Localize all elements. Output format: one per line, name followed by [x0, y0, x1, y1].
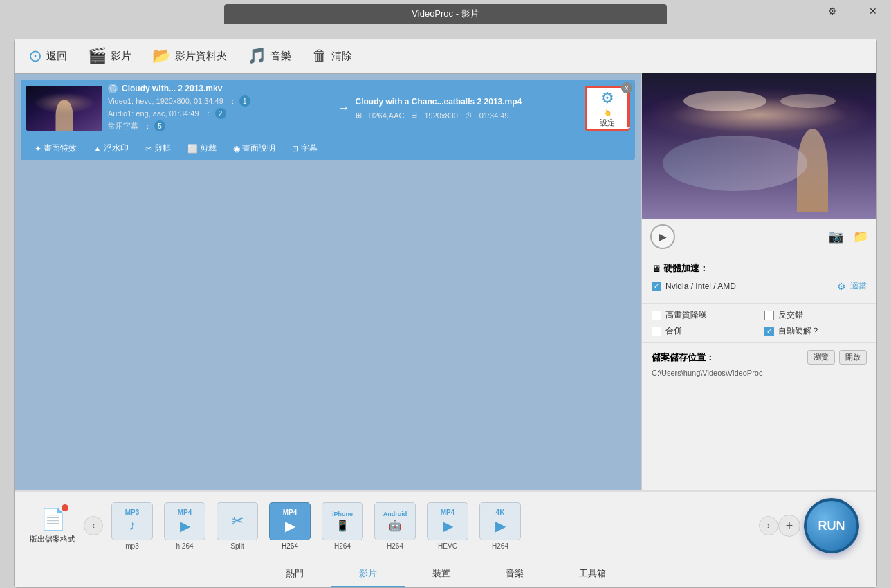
watermark-button[interactable]: ▲ 浮水印: [85, 140, 137, 157]
format-next-button[interactable]: ›: [759, 516, 778, 535]
preview-controls: ▶ 📷 📁: [642, 219, 876, 255]
video-icon: 🎬: [88, 47, 107, 65]
badge-red: [62, 504, 68, 511]
hw-right: ⚙ 適當: [837, 280, 867, 292]
video-button[interactable]: 🎬 影片: [88, 47, 131, 65]
window-controls[interactable]: ⚙ — ✕: [828, 6, 877, 17]
app-title: VideoProc - 影片: [412, 8, 479, 19]
hw-title: 🖥 硬體加速：: [652, 262, 867, 275]
hand-icon: 👆: [603, 109, 612, 116]
hw-settings-link[interactable]: 適當: [850, 280, 867, 292]
cut-icon: ⬜: [187, 144, 198, 154]
format-android-box: Android 🤖: [374, 502, 416, 540]
nvidia-label: Nvidia / Intel / AMD: [665, 282, 736, 291]
subtitle-info-row: 常用字幕 ： 5: [108, 120, 332, 131]
format-mp4-selected[interactable]: MP4 ▶ H264: [266, 502, 313, 550]
convert-arrow: →: [338, 101, 350, 116]
minimize-control[interactable]: —: [848, 6, 858, 17]
hevc-mp4-tag: MP4: [441, 508, 455, 516]
run-button[interactable]: RUN: [804, 498, 859, 553]
scroll-down-indicator[interactable]: ⌄: [624, 120, 632, 131]
split-label: Split: [230, 542, 244, 550]
open-button[interactable]: 開啟: [839, 350, 867, 365]
clip-button[interactable]: ✂ 剪輯: [137, 140, 179, 157]
browse-button[interactable]: 瀏覽: [807, 350, 835, 365]
clear-button[interactable]: 🗑 清除: [312, 47, 352, 65]
merge-label: 合併: [665, 325, 682, 337]
back-button[interactable]: ⊙ 返回: [28, 46, 67, 66]
video-label: 影片: [111, 50, 131, 63]
format-split-box: ✂: [217, 502, 258, 540]
nvidia-checkbox[interactable]: ✓: [652, 282, 661, 291]
format-mp3[interactable]: MP3 ♪ mp3: [109, 502, 156, 550]
main-window: ⊙ 返回 🎬 影片 📂 影片資料夾 🎵 音樂 🗑 清除: [14, 39, 877, 588]
play-button[interactable]: ▶: [650, 224, 675, 249]
mp3-tag: MP3: [125, 508, 140, 516]
hw-gear-icon[interactable]: ⚙: [837, 281, 846, 292]
tab-video[interactable]: 影片: [331, 560, 405, 587]
video-folder-label: 影片資料夾: [175, 50, 227, 63]
auto-hardware-checkbox[interactable]: ✓: [764, 327, 774, 336]
music-icon: 🎵: [248, 47, 266, 65]
source-info: ⓘ Cloudy with... 2 2013.mkv Video1: hevc…: [108, 84, 332, 133]
format-hevc-box: MP4 ▶: [427, 502, 468, 540]
mp4-selected-icon: ▶: [285, 517, 295, 534]
format-hevc[interactable]: MP4 ▶ HEVC: [424, 502, 471, 550]
options-grid: 高畫質降噪 反交錯 合併 ✓ 自動硬解？: [642, 304, 876, 343]
left-panel-empty: [15, 165, 641, 490]
output-section-title: 儲案儲存位置：: [652, 351, 715, 364]
format-prev-button[interactable]: ‹: [84, 516, 103, 535]
hw-icon: 🖥: [652, 264, 661, 274]
high-quality-label: 高畫質降噪: [665, 309, 707, 321]
format-iphone[interactable]: iPhone 📱 H264: [319, 502, 366, 550]
file-item-header: ⓘ Cloudy with... 2 2013.mkv Video1: hevc…: [21, 80, 635, 137]
format-split[interactable]: ✂ Split: [214, 502, 261, 550]
content-area: ⓘ Cloudy with... 2 2013.mkv Video1: hevc…: [15, 73, 876, 490]
anti-alias-checkbox[interactable]: [764, 311, 774, 320]
cut-button[interactable]: ⬜ 剪裁: [179, 140, 225, 157]
left-panel: ⓘ Cloudy with... 2 2013.mkv Video1: hevc…: [15, 73, 641, 490]
music-label: 音樂: [270, 50, 291, 63]
file-thumbnail: [26, 86, 102, 131]
subtitle2-icon: ⊡: [292, 144, 299, 154]
format-mp4-h264[interactable]: MP4 ▶ h.264: [161, 502, 208, 550]
tab-device[interactable]: 裝置: [405, 560, 478, 587]
file-close-button[interactable]: ×: [621, 82, 632, 93]
iphone-icon: 📱: [336, 519, 349, 532]
export-icon: 📄: [40, 507, 66, 531]
tab-hot[interactable]: 熱門: [258, 560, 331, 587]
hevc-label: HEVC: [438, 542, 457, 550]
hevc-icon: ▶: [443, 517, 453, 534]
output-path: C:\Users\hung\Videos\VideoProc: [652, 369, 867, 377]
file-item: ⓘ Cloudy with... 2 2013.mkv Video1: hevc…: [21, 80, 635, 160]
add-format-button[interactable]: +: [778, 515, 800, 537]
mp4-h264-label: h.264: [176, 542, 193, 550]
settings-button[interactable]: ⚙ 👆 設定: [585, 86, 630, 131]
right-panel: ▶ 📷 📁 🖥 硬體加速： ✓ Nvidia / Intel / AMD ⚙: [641, 73, 876, 490]
subtitle2-button[interactable]: ⊡ 字幕: [284, 140, 326, 157]
tab-music[interactable]: 音樂: [478, 560, 551, 587]
close-control[interactable]: ✕: [869, 6, 877, 17]
codec-icon: ⊞: [356, 111, 362, 120]
video-folder-button[interactable]: 📂 影片資料夾: [152, 47, 227, 65]
high-quality-checkbox[interactable]: [652, 311, 661, 320]
format-4k-box: 4K ▶: [479, 502, 521, 540]
badge3: 5: [154, 120, 165, 131]
settings-control[interactable]: ⚙: [828, 6, 837, 17]
format-4k[interactable]: 4K ▶ H264: [477, 502, 524, 550]
mp4-tag: MP4: [178, 508, 192, 516]
format-android[interactable]: Android 🤖 H264: [371, 502, 419, 550]
music-button[interactable]: 🎵 音樂: [248, 47, 291, 65]
duration-icon: ⏱: [465, 111, 472, 120]
high-quality-row: 高畫質降噪: [652, 309, 755, 321]
merge-checkbox[interactable]: [652, 327, 661, 336]
format-export: 📄 版出儲案格式: [21, 507, 84, 544]
4k-label: H264: [492, 542, 508, 550]
effect-button[interactable]: ✦ 畫面特效: [26, 140, 85, 157]
output-btns: 瀏覽 開啟: [807, 350, 867, 365]
screenshot-icon[interactable]: 📷: [828, 229, 843, 244]
folder-open-icon[interactable]: 📁: [853, 229, 868, 244]
tab-tools[interactable]: 工具箱: [551, 560, 634, 587]
badge2: 2: [215, 108, 226, 119]
subtitle-action-button[interactable]: ◉ 畫面說明: [225, 140, 284, 157]
